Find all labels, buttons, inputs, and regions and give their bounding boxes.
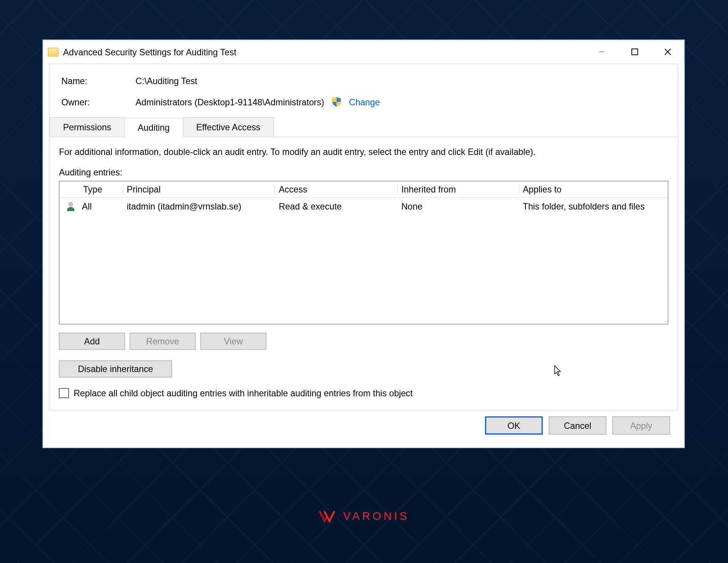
replace-entries-checkbox[interactable] (59, 388, 69, 398)
cell-type: All (82, 201, 123, 211)
window-title: Advanced Security Settings for Auditing … (63, 47, 236, 57)
col-header-applies[interactable]: Applies to (519, 184, 668, 194)
grid-header: Type Principal Access Inherited from App… (60, 181, 668, 198)
content-panel: Name: C:\Auditing Test Owner: Administra… (49, 64, 678, 410)
col-header-principal[interactable]: Principal (123, 184, 275, 194)
cell-inherited: None (398, 201, 519, 211)
close-button[interactable] (651, 40, 684, 64)
instructions-text: For additional information, double-click… (59, 147, 668, 156)
minimize-button[interactable] (585, 40, 618, 64)
cell-access: Read & execute (275, 201, 398, 211)
user-icon (60, 201, 82, 211)
tab-permissions[interactable]: Permissions (50, 117, 125, 136)
col-header-inherited[interactable]: Inherited from (398, 184, 519, 194)
owner-label: Owner: (61, 97, 136, 107)
security-settings-window: Advanced Security Settings for Auditing … (42, 39, 685, 448)
table-row[interactable]: All itadmin (itadmin@vrnslab.se) Read & … (60, 198, 668, 214)
disable-inheritance-button[interactable]: Disable inheritance (59, 360, 172, 377)
varonis-logo: VARONIS (318, 510, 410, 523)
tab-auditing[interactable]: Auditing (124, 118, 183, 137)
entries-label: Auditing entries: (59, 167, 668, 177)
uac-shield-icon (331, 97, 342, 107)
name-label: Name: (61, 76, 136, 86)
replace-entries-label: Replace all child object auditing entrie… (74, 388, 413, 398)
view-button: View (200, 333, 266, 350)
dialog-footer: OK Cancel Apply (49, 410, 678, 441)
change-owner-link[interactable]: Change (349, 97, 380, 107)
col-header-type[interactable]: Type (82, 184, 123, 194)
svg-point-4 (69, 202, 73, 206)
cell-principal: itadmin (itadmin@vrnslab.se) (123, 201, 275, 211)
remove-button: Remove (130, 333, 196, 350)
svg-rect-1 (632, 49, 638, 55)
cell-applies: This folder, subfolders and files (519, 201, 668, 211)
auditing-entries-grid[interactable]: Type Principal Access Inherited from App… (59, 181, 668, 324)
add-button[interactable]: Add (59, 333, 125, 350)
maximize-button[interactable] (618, 40, 651, 64)
folder-icon (48, 47, 58, 56)
window-controls (585, 40, 684, 64)
cancel-button[interactable]: Cancel (549, 416, 606, 435)
col-header-access[interactable]: Access (275, 184, 398, 194)
tab-effective-access[interactable]: Effective Access (183, 117, 274, 136)
tabstrip: Permissions Auditing Effective Access (50, 117, 678, 137)
ok-button[interactable]: OK (485, 416, 543, 435)
titlebar[interactable]: Advanced Security Settings for Auditing … (43, 40, 684, 64)
name-value: C:\Auditing Test (135, 76, 197, 86)
brand-text: VARONIS (343, 510, 409, 523)
owner-value: Administrators (Desktop1-91148\Administr… (135, 97, 324, 107)
apply-button: Apply (612, 416, 670, 435)
